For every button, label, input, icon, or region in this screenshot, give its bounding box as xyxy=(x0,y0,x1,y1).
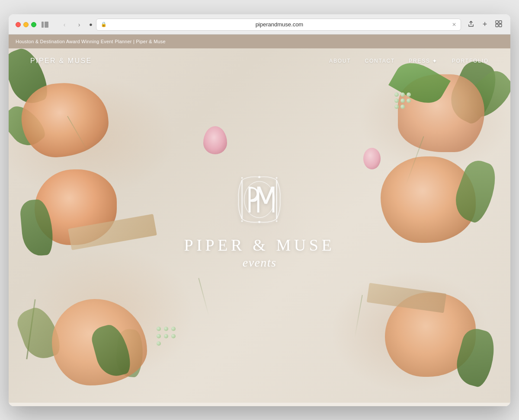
center-brand-subtitle: events xyxy=(184,256,335,270)
flower-small-right-center xyxy=(363,148,381,169)
traffic-lights xyxy=(16,22,36,27)
new-tab-button[interactable]: + xyxy=(480,20,490,29)
nav-press-label: PRESS xyxy=(409,58,430,64)
monogram-icon xyxy=(234,173,285,225)
nav-press[interactable]: PRESS ✦ xyxy=(409,57,438,64)
svg-rect-3 xyxy=(499,24,502,27)
nav-links: ABOUT CONTACT PRESS ✦ PORTFOLIO xyxy=(329,57,489,64)
browser-window: ‹ › ● 🔒 piperandmuse.com ✕ + xyxy=(9,14,510,406)
berry-cluster-bottom xyxy=(156,326,182,347)
privacy-icon: ● xyxy=(89,21,93,28)
nav-portfolio[interactable]: PORTFOLIO xyxy=(452,58,489,64)
maximize-button[interactable] xyxy=(31,22,36,27)
forward-button[interactable]: › xyxy=(74,21,84,28)
svg-point-10 xyxy=(258,221,260,223)
lock-icon: 🔒 xyxy=(101,22,107,27)
svg-rect-0 xyxy=(496,21,498,23)
address-bar[interactable]: 🔒 piperandmuse.com ✕ xyxy=(96,19,461,31)
svg-point-12 xyxy=(276,220,278,222)
nav-press-asterisk: ✦ xyxy=(432,57,438,64)
tab-title: Houston & Destination Award Winning Even… xyxy=(16,39,166,44)
navigation-bar: PIPER & MUSE ABOUT CONTACT PRESS ✦ PORTF… xyxy=(9,48,510,73)
monogram-container xyxy=(231,171,288,227)
minimize-button[interactable] xyxy=(23,22,29,27)
svg-point-9 xyxy=(276,177,278,178)
berry-cluster-top-right xyxy=(394,92,415,110)
browser-actions: + xyxy=(466,20,503,29)
svg-rect-1 xyxy=(499,21,502,23)
address-bar-container: ● 🔒 piperandmuse.com ✕ xyxy=(89,19,461,31)
center-brand-title: PIPER & MUSE xyxy=(184,236,335,254)
back-button[interactable]: ‹ xyxy=(60,21,69,28)
nav-about[interactable]: ABOUT xyxy=(329,58,351,64)
website-content: Houston & Destination Award Winning Even… xyxy=(9,35,510,406)
svg-point-7 xyxy=(258,176,260,178)
hero-section: PIPER & MUSE ABOUT CONTACT PRESS ✦ PORTF… xyxy=(9,48,510,403)
url-text: piperandmuse.com xyxy=(109,21,449,28)
site-logo[interactable]: PIPER & MUSE xyxy=(30,57,92,65)
svg-point-11 xyxy=(241,220,243,222)
bottom-bar xyxy=(9,403,510,406)
tab-grid-button[interactable] xyxy=(494,20,503,29)
browser-tab-bar: Houston & Destination Award Winning Even… xyxy=(9,35,510,48)
clear-url-button[interactable]: ✕ xyxy=(452,22,456,28)
svg-rect-2 xyxy=(496,24,498,27)
nav-contact[interactable]: CONTACT xyxy=(365,58,395,64)
share-button[interactable] xyxy=(466,20,476,29)
sidebar-toggle-button[interactable] xyxy=(42,20,54,29)
center-logo: PIPER & MUSE events xyxy=(184,171,335,270)
browser-chrome: ‹ › ● 🔒 piperandmuse.com ✕ + xyxy=(9,14,510,35)
close-button[interactable] xyxy=(16,22,21,27)
svg-point-8 xyxy=(241,177,243,178)
